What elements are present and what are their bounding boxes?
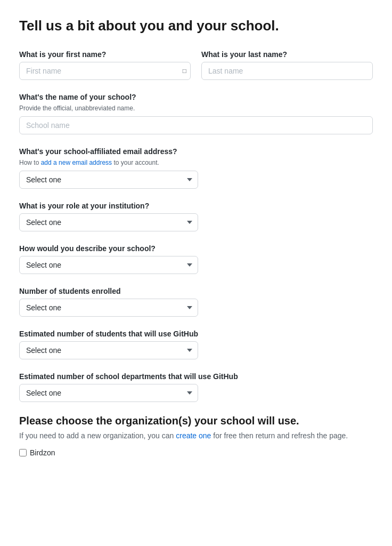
email-hint: How to add a new email address to your a…	[19, 159, 373, 166]
role-label: What is your role at your institution?	[19, 202, 373, 210]
last-name-col: What is your last name?	[201, 50, 373, 80]
school-type-section: How would you describe your school? Sele…	[19, 244, 373, 274]
org-checkbox[interactable]	[19, 449, 27, 456]
email-select[interactable]: Select one	[19, 171, 198, 189]
last-name-label: What is your last name?	[201, 50, 373, 59]
school-name-input[interactable]	[19, 116, 373, 134]
email-section: What's your school-affiliated email addr…	[19, 147, 373, 189]
last-name-input[interactable]	[201, 62, 373, 80]
students-enrolled-select[interactable]: Select one	[19, 299, 198, 317]
students-enrolled-label: Number of students enrolled	[19, 287, 373, 295]
role-select[interactable]: Select one	[19, 213, 198, 231]
org-section-title: Please choose the organization(s) your s…	[19, 415, 373, 427]
school-name-section: What's the name of your school? Provide …	[19, 93, 373, 134]
email-label: What's your school-affiliated email addr…	[19, 147, 373, 156]
students-github-select[interactable]: Select one	[19, 341, 198, 359]
org-checkbox-row: Birdzon	[19, 448, 373, 457]
first-name-col: What is your first name? □	[19, 50, 191, 80]
email-hint-prefix: How to	[19, 159, 41, 166]
school-name-label: What's the name of your school?	[19, 93, 373, 101]
school-type-select[interactable]: Select one	[19, 256, 198, 274]
org-checkbox-label: Birdzon	[30, 448, 55, 457]
org-section-hint: If you need to add a new organization, y…	[19, 431, 373, 440]
first-name-input[interactable]	[19, 62, 191, 80]
school-name-hint: Provide the official, unabbreviated name…	[19, 105, 373, 112]
email-hint-link[interactable]: add a new email address	[41, 159, 112, 166]
first-name-input-wrapper: □	[19, 62, 191, 80]
first-name-label: What is your first name?	[19, 50, 191, 59]
departments-label: Estimated number of school departments t…	[19, 372, 373, 381]
email-hint-suffix: to your account.	[112, 159, 159, 166]
org-hint-link[interactable]: create one	[176, 431, 211, 440]
students-github-label: Estimated number of students that will u…	[19, 330, 373, 338]
page-title: Tell us a bit about you and your school.	[19, 17, 373, 35]
org-hint-suffix: for free then return and refresh the pag…	[211, 431, 348, 440]
departments-select[interactable]: Select one	[19, 384, 198, 402]
role-section: What is your role at your institution? S…	[19, 202, 373, 231]
students-enrolled-section: Number of students enrolled Select one	[19, 287, 373, 317]
school-type-label: How would you describe your school?	[19, 244, 373, 253]
students-github-section: Estimated number of students that will u…	[19, 330, 373, 359]
org-hint-prefix: If you need to add a new organization, y…	[19, 431, 176, 440]
name-row: What is your first name? □ What is your …	[19, 50, 373, 80]
org-section: Please choose the organization(s) your s…	[19, 415, 373, 457]
departments-section: Estimated number of school departments t…	[19, 372, 373, 402]
input-autofill-icon: □	[183, 67, 186, 75]
